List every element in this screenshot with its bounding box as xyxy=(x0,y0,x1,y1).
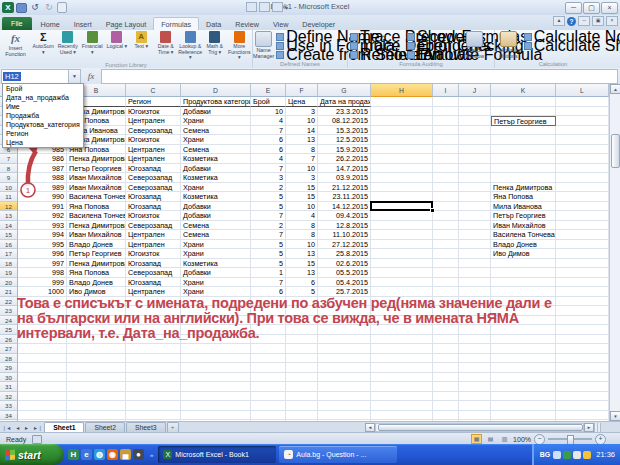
cell-J18[interactable] xyxy=(459,259,491,269)
row-header-19[interactable]: 19 xyxy=(0,268,18,278)
defined-name-item-дата-на-продажба[interactable]: Дата_на_продажба xyxy=(3,93,83,102)
cell-J15[interactable] xyxy=(459,230,491,240)
quick-launch-overflow-icon[interactable]: » xyxy=(148,452,155,458)
cell-F12[interactable]: 10 xyxy=(286,202,318,212)
cell-G19[interactable]: 05.5.2015 xyxy=(318,268,371,278)
cell-B11[interactable]: Василена Тончева xyxy=(67,192,126,202)
cell-B29[interactable] xyxy=(67,363,126,373)
cell-G16[interactable]: 27.12.2015 xyxy=(318,240,371,250)
cell-F19[interactable]: 13 xyxy=(286,268,318,278)
split-handle[interactable] xyxy=(594,423,601,432)
row-header-24[interactable]: 24 xyxy=(0,316,18,326)
qat-button-icon[interactable] xyxy=(246,2,257,12)
workbook-restore-icon[interactable]: ▣ xyxy=(592,16,604,26)
ribbon-button-autosum[interactable]: ΣAutoSum ▾ xyxy=(31,30,56,61)
cell-A20[interactable]: 999 xyxy=(18,278,67,288)
cell-E11[interactable]: 5 xyxy=(251,192,286,202)
cell-J14[interactable] xyxy=(459,221,491,231)
cell-F29[interactable] xyxy=(286,363,318,373)
cell-D20[interactable]: Храни xyxy=(181,278,251,288)
cell-J7[interactable] xyxy=(459,154,491,164)
cell-C23[interactable] xyxy=(126,306,181,316)
cell-D3[interactable]: Храни xyxy=(181,116,251,126)
cell-H2[interactable] xyxy=(371,107,433,117)
cell-I17[interactable] xyxy=(433,249,459,259)
row-header-22[interactable]: 22 xyxy=(0,297,18,307)
cell-B9[interactable]: Иван Михайлов xyxy=(67,173,126,183)
cell-E8[interactable]: 7 xyxy=(251,164,286,174)
insert-function-button[interactable]: fx Insert Function xyxy=(0,30,31,58)
cell-E32[interactable] xyxy=(251,392,286,402)
cell-B8[interactable]: Петър Георгиев xyxy=(67,164,126,174)
cell-G8[interactable]: 14.7.2015 xyxy=(318,164,371,174)
cell-H7[interactable] xyxy=(371,154,433,164)
cell-C17[interactable]: Югоизток xyxy=(126,249,181,259)
row-header-10[interactable]: 10 xyxy=(0,183,18,193)
watch-window-button[interactable]: Watch Window xyxy=(459,30,490,60)
cell-G25[interactable] xyxy=(318,325,371,335)
cell-G17[interactable]: 25.8.2015 xyxy=(318,249,371,259)
cell-C27[interactable] xyxy=(126,344,181,354)
cell-C34[interactable] xyxy=(126,411,181,421)
cell-D25[interactable] xyxy=(181,325,251,335)
cell-E22[interactable] xyxy=(251,297,286,307)
cell-J8[interactable] xyxy=(459,164,491,174)
cell-C20[interactable]: Югозапад xyxy=(126,278,181,288)
cell-A27[interactable] xyxy=(18,344,67,354)
cell-J26[interactable] xyxy=(459,335,491,345)
cell-L19[interactable] xyxy=(556,268,609,278)
cell-B26[interactable] xyxy=(67,335,126,345)
save-icon[interactable] xyxy=(16,3,27,13)
cell-K8[interactable] xyxy=(491,164,556,174)
cell-B24[interactable] xyxy=(67,316,126,326)
cell-I3[interactable] xyxy=(433,116,459,126)
cell-L13[interactable] xyxy=(556,211,609,221)
cell-B7[interactable]: Пенка Димитрова xyxy=(67,154,126,164)
cell-L5[interactable] xyxy=(556,135,609,145)
cell-E1[interactable]: Брой xyxy=(251,97,286,107)
cell-H15[interactable] xyxy=(371,230,433,240)
cell-J24[interactable] xyxy=(459,316,491,326)
cell-C32[interactable] xyxy=(126,392,181,402)
cell-L27[interactable] xyxy=(556,344,609,354)
cell-I21[interactable] xyxy=(433,287,459,297)
cell-C29[interactable] xyxy=(126,363,181,373)
cell-B28[interactable] xyxy=(67,354,126,364)
ribbon-button-remove-arrows[interactable]: Remove Arrows▾ xyxy=(348,50,405,59)
cell-F10[interactable]: 15 xyxy=(286,183,318,193)
cell-F8[interactable]: 10 xyxy=(286,164,318,174)
cell-I14[interactable] xyxy=(433,221,459,231)
cell-A16[interactable]: 995 xyxy=(18,240,67,250)
cell-D29[interactable] xyxy=(181,363,251,373)
cell-E28[interactable] xyxy=(251,354,286,364)
cell-K30[interactable] xyxy=(491,373,556,383)
cell-F21[interactable]: 5 xyxy=(286,287,318,297)
row-header-17[interactable]: 17 xyxy=(0,249,18,259)
cell-L11[interactable] xyxy=(556,192,609,202)
cell-A33[interactable] xyxy=(18,401,67,411)
cell-E24[interactable] xyxy=(251,316,286,326)
row-header-8[interactable]: 8 xyxy=(0,164,18,174)
cell-H1[interactable] xyxy=(371,97,433,107)
cell-F34[interactable] xyxy=(286,411,318,421)
cell-B13[interactable]: Василена Тончева xyxy=(67,211,126,221)
defined-name-item-цена[interactable]: Цена xyxy=(3,138,83,147)
cell-B33[interactable] xyxy=(67,401,126,411)
cell-K2[interactable] xyxy=(491,107,556,117)
cell-A14[interactable]: 993 xyxy=(18,221,67,231)
cell-B23[interactable] xyxy=(67,306,126,316)
cell-F20[interactable]: 6 xyxy=(286,278,318,288)
cell-K33[interactable] xyxy=(491,401,556,411)
cell-B12[interactable]: Яна Попова xyxy=(67,202,126,212)
horizontal-scroll-track[interactable] xyxy=(375,423,584,432)
cell-H24[interactable] xyxy=(371,316,433,326)
row-header-29[interactable]: 29 xyxy=(0,363,18,373)
cell-E31[interactable] xyxy=(251,382,286,392)
zoom-out-icon[interactable]: − xyxy=(534,434,545,445)
cell-K20[interactable] xyxy=(491,278,556,288)
cell-B15[interactable]: Иван Михайлов xyxy=(67,230,126,240)
media-player-icon[interactable]: ● xyxy=(133,449,144,460)
name-box-dropdown-icon[interactable]: ▼ xyxy=(69,69,81,84)
cell-J22[interactable] xyxy=(459,297,491,307)
row-header-33[interactable]: 33 xyxy=(0,401,18,411)
